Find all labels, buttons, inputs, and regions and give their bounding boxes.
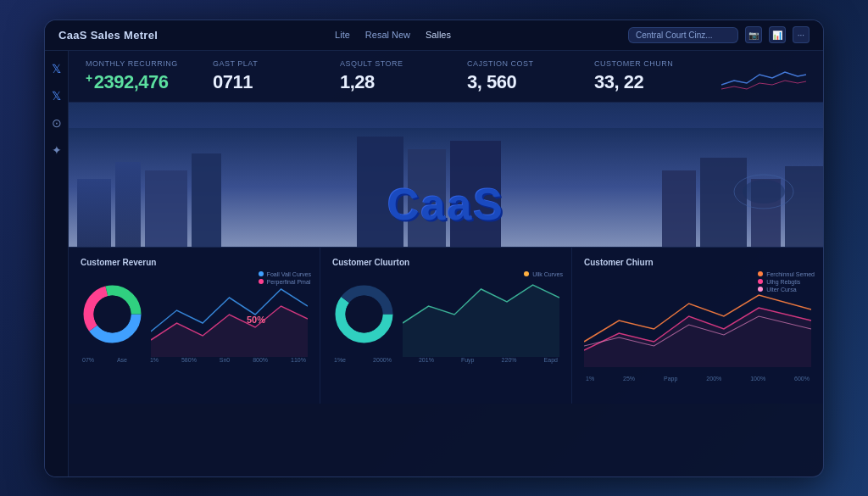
x-labels-2: 1%e 2000% 201% Fuyp 220% Eapd [332, 357, 559, 363]
chart-title-1: Customer Reverun [81, 258, 308, 267]
star-icon[interactable]: ✦ [49, 142, 64, 158]
app-title: CaaS Sales Metrel [58, 29, 158, 42]
svg-rect-4 [192, 153, 221, 247]
svg-point-21 [346, 296, 383, 333]
more-icon[interactable]: ··· [793, 26, 810, 43]
nav-resal-new[interactable]: Resal New [365, 30, 410, 40]
metric-value-2: 1,28 [340, 71, 442, 93]
metric-monthly-recurring: Monthly Recurring +2392,476 [86, 59, 187, 93]
chart-donut-area-2 [332, 272, 559, 357]
donut-svg-1 [81, 282, 144, 346]
x-labels-3: 1% 25% Papp 200% 100% 600% [584, 376, 811, 382]
chart-title-3: Customer Chiurn [584, 258, 811, 267]
metric-cajstion-cost: Cajstion Cost 3, 560 [467, 59, 569, 93]
metric-gast-plat: Gast Plat 0711 [213, 59, 314, 93]
nav-lite[interactable]: Lite [335, 30, 350, 40]
donut-svg-2 [332, 282, 396, 346]
metric-value-3: 3, 560 [467, 71, 569, 93]
nav-salles[interactable]: Salles [426, 30, 451, 40]
chart-donut-area-1: 50% [81, 272, 308, 357]
chart-icon[interactable]: 📊 [769, 26, 786, 43]
dashboard: CaaS Sales Metrel Lite Resal New Salles … [44, 20, 824, 477]
camera-icon[interactable]: 📷 [745, 26, 762, 43]
x-labels-1: 07% Ase 1% 580% Sn0 800% 110% [81, 357, 308, 363]
header-navigation: Lite Resal New Salles [335, 30, 451, 40]
chart-customer-cluurton: Customer Cluurton Ullk Curves [320, 248, 572, 404]
search-input[interactable]: Central Court Cinz... [628, 27, 738, 43]
svg-point-17 [94, 296, 131, 333]
svg-point-13 [743, 180, 785, 203]
line-chart-area-1: 50% [151, 272, 308, 357]
svg-rect-2 [115, 162, 141, 247]
svg-rect-11 [785, 166, 823, 247]
twitter-icon-1[interactable]: 𝕏 [49, 61, 64, 76]
chart-customer-reverun: Customer Reverun Foall Vall Curves Perpe… [69, 248, 320, 404]
sparkline-chart [721, 59, 806, 93]
line-svg-3 [584, 274, 811, 367]
header-bar: CaaS Sales Metrel Lite Resal New Salles … [45, 20, 823, 51]
charts-row: Customer Reverun Foall Vall Curves Perpe… [69, 247, 823, 404]
svg-marker-22 [403, 285, 559, 357]
hero-logo: CaaS [387, 179, 504, 230]
svg-rect-8 [662, 170, 696, 247]
svg-marker-18 [151, 306, 308, 357]
svg-rect-9 [700, 158, 747, 247]
metric-value-1: 0711 [213, 71, 314, 93]
metrics-bar: Monthly Recurring +2392,476 Gast Plat 07… [69, 51, 823, 103]
chart-customer-chiurn: Customer Chiurn Ferchinnul Semed Ulhg Re… [572, 248, 823, 404]
chart-title-2: Customer Cluurton [332, 258, 559, 267]
line-svg-1 [151, 272, 308, 357]
line-chart-area-2 [403, 272, 559, 357]
hero-area: CaaS [69, 103, 823, 247]
twitter-icon-2[interactable]: 𝕏 [49, 88, 64, 103]
metric-value-0: 2392,476 [94, 71, 169, 92]
header-right-controls: Central Court Cinz... 📷 📊 ··· [628, 26, 810, 43]
svg-rect-3 [145, 170, 187, 247]
line-chart-area-3 [584, 274, 811, 376]
metric-customer-churn: Customer Churn 33, 22 [594, 59, 696, 93]
sidebar: 𝕏 𝕏 ⊙ ✦ [45, 51, 69, 476]
settings-icon[interactable]: ⊙ [49, 115, 64, 131]
metric-asqult-store: Asqult Store 1,28 [340, 59, 442, 93]
metric-value-4: 33, 22 [594, 71, 696, 93]
line-svg-2 [403, 272, 559, 357]
metric-prefix: + [86, 71, 92, 85]
chart-percentage-1: 50% [247, 315, 265, 325]
svg-rect-1 [77, 179, 111, 247]
